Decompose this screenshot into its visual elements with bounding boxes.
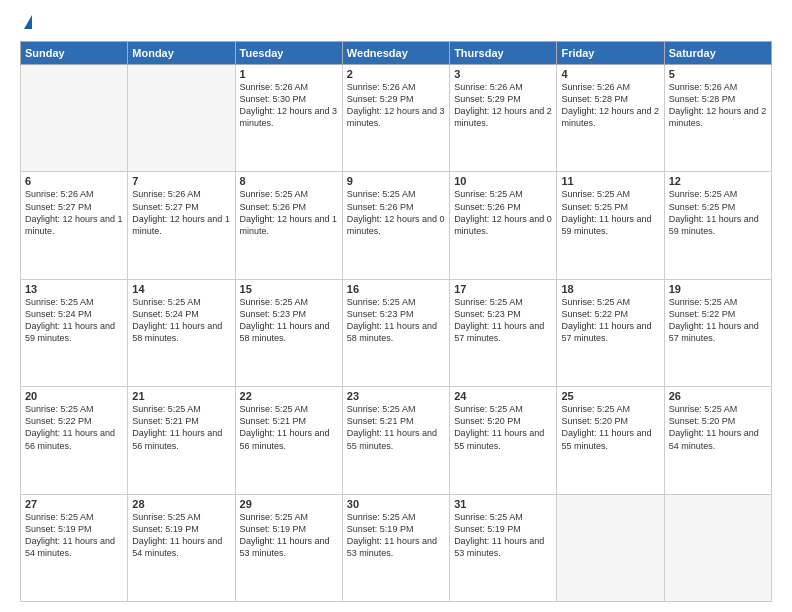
calendar-cell: 5Sunrise: 5:26 AM Sunset: 5:28 PM Daylig… xyxy=(664,65,771,172)
calendar-cell: 22Sunrise: 5:25 AM Sunset: 5:21 PM Dayli… xyxy=(235,387,342,494)
calendar-cell: 6Sunrise: 5:26 AM Sunset: 5:27 PM Daylig… xyxy=(21,172,128,279)
calendar-cell: 19Sunrise: 5:25 AM Sunset: 5:22 PM Dayli… xyxy=(664,279,771,386)
calendar-cell: 4Sunrise: 5:26 AM Sunset: 5:28 PM Daylig… xyxy=(557,65,664,172)
day-number: 29 xyxy=(240,498,338,510)
calendar-cell: 24Sunrise: 5:25 AM Sunset: 5:20 PM Dayli… xyxy=(450,387,557,494)
calendar-cell: 31Sunrise: 5:25 AM Sunset: 5:19 PM Dayli… xyxy=(450,494,557,601)
day-number: 27 xyxy=(25,498,123,510)
day-number: 31 xyxy=(454,498,552,510)
weekday-header-friday: Friday xyxy=(557,42,664,65)
calendar-cell: 2Sunrise: 5:26 AM Sunset: 5:29 PM Daylig… xyxy=(342,65,449,172)
day-info: Sunrise: 5:26 AM Sunset: 5:28 PM Dayligh… xyxy=(669,81,767,130)
calendar-cell: 11Sunrise: 5:25 AM Sunset: 5:25 PM Dayli… xyxy=(557,172,664,279)
calendar-cell: 15Sunrise: 5:25 AM Sunset: 5:23 PM Dayli… xyxy=(235,279,342,386)
logo xyxy=(20,15,32,31)
calendar-cell: 1Sunrise: 5:26 AM Sunset: 5:30 PM Daylig… xyxy=(235,65,342,172)
day-number: 14 xyxy=(132,283,230,295)
day-number: 20 xyxy=(25,390,123,402)
weekday-header-tuesday: Tuesday xyxy=(235,42,342,65)
day-info: Sunrise: 5:25 AM Sunset: 5:19 PM Dayligh… xyxy=(347,511,445,560)
weekday-header-thursday: Thursday xyxy=(450,42,557,65)
calendar-cell: 27Sunrise: 5:25 AM Sunset: 5:19 PM Dayli… xyxy=(21,494,128,601)
day-number: 7 xyxy=(132,175,230,187)
day-number: 18 xyxy=(561,283,659,295)
day-info: Sunrise: 5:25 AM Sunset: 5:20 PM Dayligh… xyxy=(669,403,767,452)
day-info: Sunrise: 5:25 AM Sunset: 5:21 PM Dayligh… xyxy=(240,403,338,452)
header xyxy=(20,15,772,31)
calendar-cell: 21Sunrise: 5:25 AM Sunset: 5:21 PM Dayli… xyxy=(128,387,235,494)
day-info: Sunrise: 5:26 AM Sunset: 5:27 PM Dayligh… xyxy=(132,188,230,237)
calendar-cell: 29Sunrise: 5:25 AM Sunset: 5:19 PM Dayli… xyxy=(235,494,342,601)
calendar-cell: 23Sunrise: 5:25 AM Sunset: 5:21 PM Dayli… xyxy=(342,387,449,494)
calendar-week-2: 6Sunrise: 5:26 AM Sunset: 5:27 PM Daylig… xyxy=(21,172,772,279)
day-number: 11 xyxy=(561,175,659,187)
calendar-cell: 30Sunrise: 5:25 AM Sunset: 5:19 PM Dayli… xyxy=(342,494,449,601)
calendar-cell: 8Sunrise: 5:25 AM Sunset: 5:26 PM Daylig… xyxy=(235,172,342,279)
day-info: Sunrise: 5:25 AM Sunset: 5:22 PM Dayligh… xyxy=(25,403,123,452)
calendar-week-3: 13Sunrise: 5:25 AM Sunset: 5:24 PM Dayli… xyxy=(21,279,772,386)
day-number: 2 xyxy=(347,68,445,80)
calendar-cell: 3Sunrise: 5:26 AM Sunset: 5:29 PM Daylig… xyxy=(450,65,557,172)
day-number: 3 xyxy=(454,68,552,80)
calendar-cell xyxy=(664,494,771,601)
day-info: Sunrise: 5:25 AM Sunset: 5:25 PM Dayligh… xyxy=(561,188,659,237)
logo-triangle-icon xyxy=(24,15,32,29)
day-number: 28 xyxy=(132,498,230,510)
calendar-cell xyxy=(21,65,128,172)
calendar-cell: 18Sunrise: 5:25 AM Sunset: 5:22 PM Dayli… xyxy=(557,279,664,386)
day-number: 17 xyxy=(454,283,552,295)
day-info: Sunrise: 5:26 AM Sunset: 5:27 PM Dayligh… xyxy=(25,188,123,237)
day-info: Sunrise: 5:25 AM Sunset: 5:23 PM Dayligh… xyxy=(454,296,552,345)
calendar-cell: 13Sunrise: 5:25 AM Sunset: 5:24 PM Dayli… xyxy=(21,279,128,386)
day-info: Sunrise: 5:25 AM Sunset: 5:22 PM Dayligh… xyxy=(669,296,767,345)
day-number: 8 xyxy=(240,175,338,187)
calendar-cell: 20Sunrise: 5:25 AM Sunset: 5:22 PM Dayli… xyxy=(21,387,128,494)
weekday-header-saturday: Saturday xyxy=(664,42,771,65)
calendar-body: 1Sunrise: 5:26 AM Sunset: 5:30 PM Daylig… xyxy=(21,65,772,602)
weekday-header-sunday: Sunday xyxy=(21,42,128,65)
day-info: Sunrise: 5:25 AM Sunset: 5:26 PM Dayligh… xyxy=(347,188,445,237)
day-info: Sunrise: 5:25 AM Sunset: 5:25 PM Dayligh… xyxy=(669,188,767,237)
calendar-week-4: 20Sunrise: 5:25 AM Sunset: 5:22 PM Dayli… xyxy=(21,387,772,494)
day-info: Sunrise: 5:26 AM Sunset: 5:29 PM Dayligh… xyxy=(454,81,552,130)
day-number: 5 xyxy=(669,68,767,80)
day-info: Sunrise: 5:26 AM Sunset: 5:28 PM Dayligh… xyxy=(561,81,659,130)
day-info: Sunrise: 5:25 AM Sunset: 5:19 PM Dayligh… xyxy=(240,511,338,560)
day-number: 10 xyxy=(454,175,552,187)
day-number: 12 xyxy=(669,175,767,187)
logo-text xyxy=(20,15,32,31)
day-info: Sunrise: 5:25 AM Sunset: 5:23 PM Dayligh… xyxy=(347,296,445,345)
calendar-cell: 26Sunrise: 5:25 AM Sunset: 5:20 PM Dayli… xyxy=(664,387,771,494)
day-number: 19 xyxy=(669,283,767,295)
calendar-cell: 7Sunrise: 5:26 AM Sunset: 5:27 PM Daylig… xyxy=(128,172,235,279)
calendar-cell: 17Sunrise: 5:25 AM Sunset: 5:23 PM Dayli… xyxy=(450,279,557,386)
day-info: Sunrise: 5:25 AM Sunset: 5:20 PM Dayligh… xyxy=(561,403,659,452)
day-info: Sunrise: 5:25 AM Sunset: 5:24 PM Dayligh… xyxy=(25,296,123,345)
day-number: 6 xyxy=(25,175,123,187)
day-info: Sunrise: 5:26 AM Sunset: 5:30 PM Dayligh… xyxy=(240,81,338,130)
day-info: Sunrise: 5:26 AM Sunset: 5:29 PM Dayligh… xyxy=(347,81,445,130)
day-number: 23 xyxy=(347,390,445,402)
calendar-cell: 25Sunrise: 5:25 AM Sunset: 5:20 PM Dayli… xyxy=(557,387,664,494)
calendar-cell xyxy=(128,65,235,172)
day-info: Sunrise: 5:25 AM Sunset: 5:19 PM Dayligh… xyxy=(454,511,552,560)
day-number: 22 xyxy=(240,390,338,402)
day-info: Sunrise: 5:25 AM Sunset: 5:22 PM Dayligh… xyxy=(561,296,659,345)
day-number: 25 xyxy=(561,390,659,402)
calendar-cell: 14Sunrise: 5:25 AM Sunset: 5:24 PM Dayli… xyxy=(128,279,235,386)
day-info: Sunrise: 5:25 AM Sunset: 5:21 PM Dayligh… xyxy=(347,403,445,452)
calendar-week-1: 1Sunrise: 5:26 AM Sunset: 5:30 PM Daylig… xyxy=(21,65,772,172)
weekday-header-monday: Monday xyxy=(128,42,235,65)
page: SundayMondayTuesdayWednesdayThursdayFrid… xyxy=(0,0,792,612)
day-number: 9 xyxy=(347,175,445,187)
weekday-header-wednesday: Wednesday xyxy=(342,42,449,65)
day-info: Sunrise: 5:25 AM Sunset: 5:21 PM Dayligh… xyxy=(132,403,230,452)
calendar-cell: 10Sunrise: 5:25 AM Sunset: 5:26 PM Dayli… xyxy=(450,172,557,279)
day-info: Sunrise: 5:25 AM Sunset: 5:24 PM Dayligh… xyxy=(132,296,230,345)
day-number: 26 xyxy=(669,390,767,402)
calendar-week-5: 27Sunrise: 5:25 AM Sunset: 5:19 PM Dayli… xyxy=(21,494,772,601)
day-number: 30 xyxy=(347,498,445,510)
day-number: 4 xyxy=(561,68,659,80)
day-info: Sunrise: 5:25 AM Sunset: 5:19 PM Dayligh… xyxy=(25,511,123,560)
day-info: Sunrise: 5:25 AM Sunset: 5:26 PM Dayligh… xyxy=(454,188,552,237)
